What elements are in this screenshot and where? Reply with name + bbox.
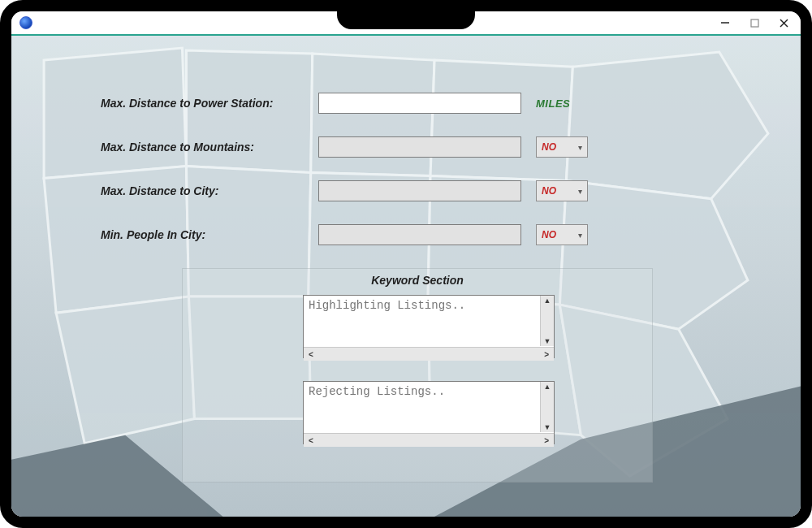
scroll-left-icon[interactable]: < (307, 435, 315, 446)
scroll-down-icon[interactable]: ▼ (542, 422, 553, 432)
keyword-section: Keyword Section ▲ ▼ < > ▲ (182, 268, 653, 483)
city-input (318, 180, 521, 201)
people-label: Min. People In City: (101, 228, 304, 241)
horizontal-scrollbar[interactable]: < > (304, 347, 554, 361)
keyword-section-title: Keyword Section (197, 274, 637, 287)
scroll-right-icon[interactable]: > (542, 349, 551, 360)
miles-unit: MILES (536, 97, 570, 110)
device-notch (337, 10, 475, 29)
power-station-label: Max. Distance to Power Station: (101, 97, 304, 110)
scroll-up-icon[interactable]: ▲ (542, 382, 553, 392)
power-station-input[interactable] (318, 93, 521, 114)
city-label: Max. Distance to City: (101, 184, 304, 197)
svg-rect-1 (751, 19, 758, 27)
maximize-button[interactable] (749, 17, 760, 28)
scroll-left-icon[interactable]: < (307, 349, 315, 360)
chevron-down-icon: ▾ (578, 143, 582, 152)
vertical-scrollbar[interactable]: ▲ ▼ (540, 296, 554, 346)
mountains-input (318, 136, 521, 158)
people-dropdown[interactable]: NO ▾ (536, 224, 588, 245)
horizontal-scrollbar[interactable]: < > (304, 433, 554, 447)
people-input (318, 224, 521, 245)
vertical-scrollbar[interactable]: ▲ ▼ (540, 382, 554, 432)
city-dropdown-value: NO (542, 185, 556, 197)
chevron-down-icon: ▾ (578, 231, 582, 240)
mountains-label: Max. Distance to Mountains: (101, 141, 304, 154)
mountains-dropdown-value: NO (542, 141, 556, 153)
scroll-down-icon[interactable]: ▼ (542, 336, 553, 346)
scroll-right-icon[interactable]: > (542, 435, 551, 446)
close-button[interactable] (778, 17, 789, 28)
scroll-up-icon[interactable]: ▲ (542, 296, 553, 305)
mountains-dropdown[interactable]: NO ▾ (536, 136, 588, 158)
city-dropdown[interactable]: NO ▾ (536, 180, 588, 201)
minimize-button[interactable] (719, 17, 731, 28)
people-dropdown-value: NO (542, 229, 556, 240)
app-icon (19, 16, 32, 29)
chevron-down-icon: ▾ (578, 187, 582, 196)
